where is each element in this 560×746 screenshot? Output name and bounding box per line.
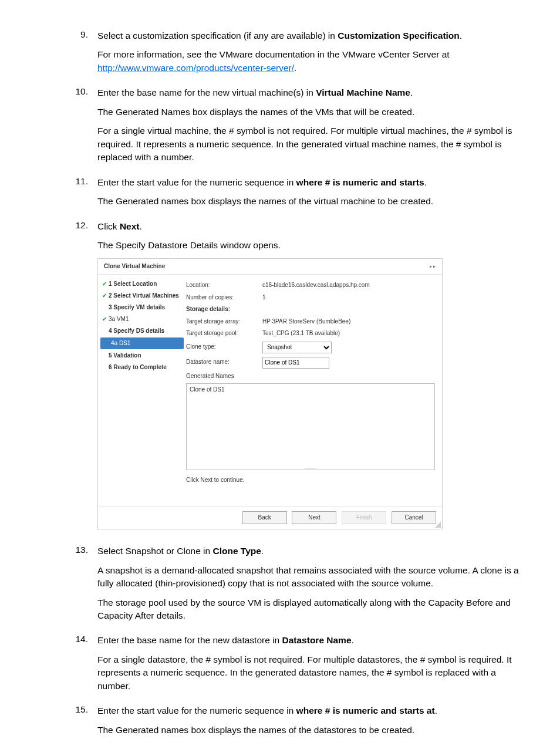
step-9: 9. Select a customization specification … — [59, 29, 525, 80]
bold-term: Clone Type — [212, 546, 261, 556]
text: For a single datastore, the # symbol is … — [97, 653, 525, 693]
nav-label: 5 Validation — [109, 352, 141, 360]
nav-validation[interactable]: 5 Validation — [98, 350, 186, 362]
step-15: 15. Enter the start value for the numeri… — [59, 704, 525, 742]
generated-name-item: Clone of DS1 — [190, 386, 224, 393]
nav-label: 4a DS1 — [111, 339, 130, 347]
dsname-input[interactable] — [262, 357, 329, 369]
hint-text: Click Next to continue. — [186, 476, 435, 485]
text: Select a customization specification (if… — [97, 31, 338, 40]
step-11: 11. Enter the start value for the numeri… — [59, 176, 525, 214]
dialog-title: Clone Virtual Machine — [104, 262, 165, 271]
text: Enter the start value for the numeric se… — [97, 706, 296, 715]
nav-ready[interactable]: 6 Ready to Complete — [98, 362, 186, 373]
generated-names-box: Clone of DS1 — [186, 383, 435, 470]
page: 9. Select a customization specification … — [0, 0, 560, 746]
text: A snapshot is a demand-allocated snapsho… — [97, 564, 525, 590]
text: For more information, see the VMware doc… — [97, 49, 450, 59]
array-label: Target storage array: — [186, 318, 262, 326]
text: The storage pool used by the source VM i… — [97, 596, 525, 623]
text: . — [261, 546, 264, 556]
nav-specify-vm-details[interactable]: 3 Specify VM details — [98, 302, 186, 313]
text: Click — [97, 221, 120, 231]
resize-grip-icon[interactable] — [305, 468, 316, 471]
step-14: 14. Enter the base name for the new data… — [59, 634, 525, 698]
finish-button: Finish — [342, 511, 386, 525]
storage-details-label: Storage details: — [186, 305, 262, 314]
vmware-link[interactable]: http://www.vmware.com/products/vcenter-s… — [97, 63, 294, 73]
location-value: c16-blade16.casldev.casl.adapps.hp.com — [262, 281, 435, 290]
text: . — [352, 635, 354, 645]
window-resize-icon[interactable] — [435, 522, 441, 528]
location-label: Location: — [186, 281, 262, 290]
dialog-footer: Back Next Finish Cancel — [98, 506, 442, 529]
step-number: 12. — [59, 220, 97, 539]
text: . — [460, 31, 462, 40]
nav-ds1[interactable]: 4a DS1 — [100, 337, 184, 349]
step-number: 9. — [59, 29, 97, 80]
nav-specify-ds-details[interactable]: 4 Specify DS details — [98, 325, 186, 337]
text: . — [140, 221, 142, 231]
text: . — [435, 706, 437, 715]
pool-value: Test_CPG (23.1 TB available) — [262, 329, 435, 338]
clone-vm-dialog: Clone Virtual Machine ▸▸ ✔1 Select Locat… — [97, 258, 443, 530]
bold-term: Datastore Name — [282, 635, 352, 645]
nav-label: 3a VM1 — [109, 315, 129, 323]
generated-names-label: Generated Names — [186, 372, 262, 381]
wizard-nav: ✔1 Select Location ✔2 Select Virtual Mac… — [98, 275, 186, 506]
pool-label: Target storage pool: — [186, 329, 262, 338]
text: Enter the start value for the numeric se… — [97, 177, 296, 187]
text: Enter the base name for the new datastor… — [97, 635, 282, 645]
text: The Generated names box displays the nam… — [97, 724, 525, 737]
check-icon: ✔ — [100, 280, 109, 288]
step-12: 12. Click Next. The Specify Datastore De… — [59, 220, 525, 539]
collapse-icon[interactable]: ▸▸ — [429, 262, 436, 271]
copies-value: 1 — [262, 293, 435, 302]
nav-label: 2 Select Virtual Machines — [109, 292, 179, 300]
cancel-button[interactable]: Cancel — [392, 511, 436, 525]
text: Enter the base name for the new virtual … — [97, 87, 316, 97]
check-icon: ✔ — [100, 315, 109, 323]
step-number: 14. — [59, 634, 97, 698]
step-number: 11. — [59, 176, 97, 214]
nav-select-location[interactable]: ✔1 Select Location — [98, 278, 186, 290]
nav-label: 4 Specify DS details — [109, 327, 164, 335]
text: The Generated names box displays the nam… — [97, 195, 525, 208]
copies-label: Number of copies: — [186, 293, 262, 302]
step-13: 13. Select Snapshot or Clone in Clone Ty… — [59, 545, 525, 628]
text: The Generated Names box displays the nam… — [97, 106, 525, 119]
text: For a single virtual machine, the # symb… — [97, 124, 525, 164]
step-10: 10. Enter the base name for the new virt… — [59, 86, 525, 170]
bold-term: where # is numeric and starts — [296, 177, 424, 187]
back-button[interactable]: Back — [242, 511, 287, 525]
nav-select-vms[interactable]: ✔2 Select Virtual Machines — [98, 290, 186, 302]
text: The Specify Datastore Details window ope… — [97, 239, 525, 252]
step-number: 10. — [59, 86, 97, 170]
array-value: HP 3PAR StoreServ (BumbleBee) — [262, 318, 435, 326]
step-number: 13. — [59, 545, 97, 628]
nav-label: 3 Specify VM details — [109, 303, 165, 312]
text: . — [424, 177, 427, 187]
bold-term: Next — [120, 221, 140, 231]
next-button[interactable]: Next — [292, 511, 336, 525]
ordered-steps: 9. Select a customization specification … — [59, 29, 525, 746]
dsname-label: Datastore name: — [186, 358, 262, 367]
text: . — [294, 63, 296, 73]
nav-vm1[interactable]: ✔3a VM1 — [98, 313, 186, 325]
bold-term: Virtual Machine Name — [316, 87, 410, 97]
clonetype-label: Clone type: — [186, 343, 262, 352]
text: Select Snapshot or Clone in — [97, 546, 212, 556]
dialog-titlebar: Clone Virtual Machine ▸▸ — [98, 259, 442, 275]
check-icon: ✔ — [100, 292, 109, 300]
step-number: 15. — [59, 704, 97, 742]
dialog-content: Location:c16-blade16.casldev.casl.adapps… — [186, 275, 442, 506]
clonetype-select[interactable]: Snapshot — [262, 342, 332, 353]
bold-term: Customization Specification — [338, 31, 460, 40]
nav-label: 6 Ready to Complete — [109, 363, 167, 372]
nav-label: 1 Select Location — [109, 280, 157, 288]
text: . — [410, 87, 413, 97]
bold-term: where # is numeric and starts at — [296, 706, 435, 715]
